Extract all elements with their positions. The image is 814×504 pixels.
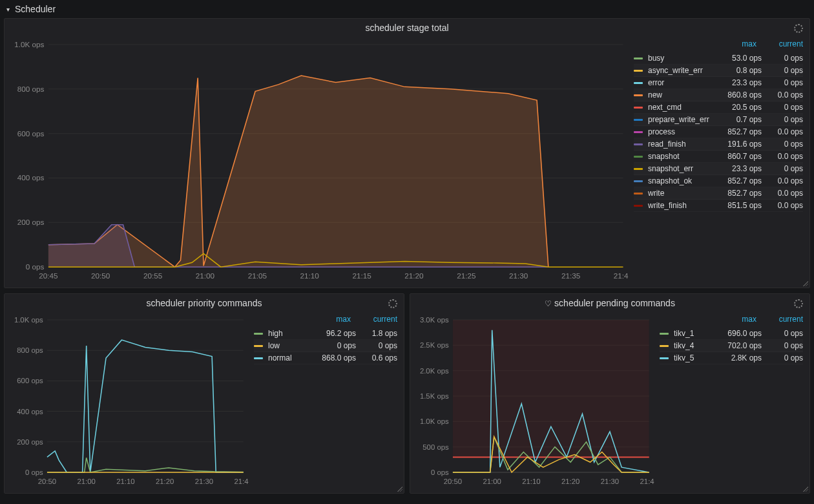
legend-stage: max current busy53.0 ops0 opsasync_write…: [629, 36, 809, 288]
legend-swatch: [634, 143, 643, 145]
legend-current: 0 ops: [762, 164, 803, 173]
legend-item-snapshot_ok[interactable]: snapshot_ok852.7 ops0.0 ops: [634, 175, 803, 187]
svg-text:21:10: 21:10: [522, 478, 540, 485]
resize-handle-icon[interactable]: [803, 281, 808, 286]
legend-item-async_write_err[interactable]: async_write_err0.8 ops0 ops: [634, 65, 803, 77]
panel-scheduler-pending: ♡scheduler pending commands 0 ops500 ops…: [410, 293, 810, 494]
svg-text:20:45: 20:45: [39, 272, 57, 280]
legend-max: 53.0 ops: [720, 54, 762, 63]
resize-handle-icon[interactable]: [803, 487, 808, 492]
legend-item-new[interactable]: new860.8 ops0.0 ops: [634, 89, 803, 101]
svg-text:400 ops: 400 ops: [17, 408, 43, 415]
svg-text:20:50: 20:50: [444, 478, 462, 485]
panels-grid: scheduler stage total 0 ops200 ops400 op…: [0, 18, 814, 494]
legend-max: 0.8 ops: [720, 66, 762, 75]
legend-current: 0.0 ops: [762, 127, 803, 136]
legend-item-snapshot[interactable]: snapshot860.7 ops0.0 ops: [634, 151, 803, 163]
svg-text:21:10: 21:10: [300, 272, 319, 280]
panel-scheduler-priority: scheduler priority commands 0 ops200 ops…: [4, 293, 404, 494]
svg-text:20:50: 20:50: [38, 478, 56, 485]
panel-scheduler-stage-total: scheduler stage total 0 ops200 ops400 op…: [4, 18, 810, 288]
legend-current: 0 ops: [356, 341, 397, 350]
col-max[interactable]: max: [312, 315, 351, 324]
resize-handle-icon[interactable]: [397, 487, 402, 492]
legend-priority: max current high96.2 ops1.8 opslow0 ops0…: [249, 311, 404, 493]
legend-item-low[interactable]: low0 ops0 ops: [254, 340, 397, 352]
legend-max: 696.0 ops: [720, 329, 762, 338]
col-current[interactable]: current: [764, 39, 803, 48]
svg-text:2.0K ops: 2.0K ops: [420, 367, 449, 375]
legend-item-tikv_5[interactable]: tikv_52.8K ops0 ops: [660, 352, 803, 364]
legend-item-snapshot_err[interactable]: snapshot_err23.3 ops0 ops: [634, 163, 803, 175]
svg-text:21:40: 21:40: [640, 478, 654, 485]
legend-name: low: [268, 341, 315, 350]
legend-max: 868.0 ops: [315, 353, 356, 362]
col-max[interactable]: max: [718, 315, 757, 324]
svg-text:400 ops: 400 ops: [17, 174, 45, 182]
chart-pending[interactable]: 0 ops500 ops1.0K ops1.5K ops2.0K ops2.5K…: [410, 311, 654, 493]
svg-text:800 ops: 800 ops: [17, 346, 43, 354]
legend-name: new: [648, 90, 720, 100]
col-current[interactable]: current: [359, 315, 397, 324]
legend-header: max current: [254, 313, 397, 328]
legend-max: 702.0 ops: [720, 341, 762, 350]
legend-swatch: [634, 156, 643, 158]
legend-swatch: [254, 333, 263, 335]
svg-text:21:20: 21:20: [404, 272, 423, 280]
legend-current: 0 ops: [762, 341, 803, 350]
col-max[interactable]: max: [718, 39, 757, 48]
legend-current: 0.0 ops: [762, 152, 803, 161]
legend-current: 0.0 ops: [762, 90, 803, 100]
legend-max: 96.2 ops: [315, 329, 356, 338]
legend-item-error[interactable]: error23.3 ops0 ops: [634, 77, 803, 89]
legend-item-read_finish[interactable]: read_finish191.6 ops0 ops: [634, 138, 803, 151]
legend-item-tikv_1[interactable]: tikv_1696.0 ops0 ops: [660, 328, 803, 340]
legend-item-write_finish[interactable]: write_finish851.5 ops0.0 ops: [634, 200, 803, 212]
legend-item-process[interactable]: process852.7 ops0.0 ops: [634, 126, 803, 138]
legend-swatch: [254, 345, 263, 347]
legend-name: next_cmd: [648, 103, 720, 112]
legend-item-high[interactable]: high96.2 ops1.8 ops: [254, 328, 397, 340]
chart-stage[interactable]: 0 ops200 ops400 ops600 ops800 ops1.0K op…: [5, 36, 629, 288]
chevron-down-icon: ▾: [6, 6, 10, 13]
legend-name: tikv_1: [674, 329, 720, 338]
legend-item-busy[interactable]: busy53.0 ops0 ops: [634, 52, 803, 65]
legend-swatch: [634, 168, 643, 170]
legend-current: 0 ops: [762, 54, 803, 63]
legend-name: write_finish: [648, 201, 720, 210]
legend-current: 0 ops: [762, 329, 803, 338]
legend-current: 0.0 ops: [762, 189, 803, 198]
legend-swatch: [634, 107, 643, 109]
section-title: Scheduler: [15, 4, 56, 14]
legend-swatch: [634, 82, 643, 84]
legend-name: snapshot_err: [648, 164, 720, 173]
svg-text:1.0K ops: 1.0K ops: [420, 417, 449, 425]
legend-current: 0 ops: [762, 78, 803, 87]
legend-swatch: [660, 345, 669, 347]
legend-swatch: [634, 58, 643, 59]
legend-item-normal[interactable]: normal868.0 ops0.6 ops: [254, 352, 397, 364]
legend-item-prepare_write_err[interactable]: prepare_write_err0.7 ops0 ops: [634, 114, 803, 126]
panel-title[interactable]: scheduler stage total: [5, 19, 809, 36]
legend-name: busy: [648, 54, 720, 63]
legend-name: error: [648, 78, 720, 87]
chart-priority[interactable]: 0 ops200 ops400 ops600 ops800 ops1.0K op…: [5, 311, 249, 493]
legend-current: 0.0 ops: [762, 201, 803, 210]
section-header[interactable]: ▾ Scheduler: [0, 0, 814, 18]
col-current[interactable]: current: [764, 315, 803, 324]
legend-current: 0.6 ops: [356, 353, 397, 362]
svg-text:0 ops: 0 ops: [431, 468, 449, 476]
legend-item-next_cmd[interactable]: next_cmd20.5 ops0 ops: [634, 101, 803, 114]
panel-title[interactable]: ♡scheduler pending commands: [410, 294, 809, 311]
svg-text:21:00: 21:00: [483, 478, 501, 485]
legend-item-tikv_4[interactable]: tikv_4702.0 ops0 ops: [660, 340, 803, 352]
legend-name: tikv_5: [674, 353, 720, 362]
panel-title[interactable]: scheduler priority commands: [5, 294, 404, 311]
legend-max: 860.7 ops: [720, 152, 762, 161]
legend-max: 0 ops: [315, 341, 356, 350]
svg-text:0 ops: 0 ops: [26, 263, 45, 271]
legend-max: 852.7 ops: [720, 176, 762, 185]
legend-item-write[interactable]: write852.7 ops0.0 ops: [634, 187, 803, 200]
legend-name: normal: [268, 353, 315, 362]
svg-rect-65: [453, 320, 649, 457]
